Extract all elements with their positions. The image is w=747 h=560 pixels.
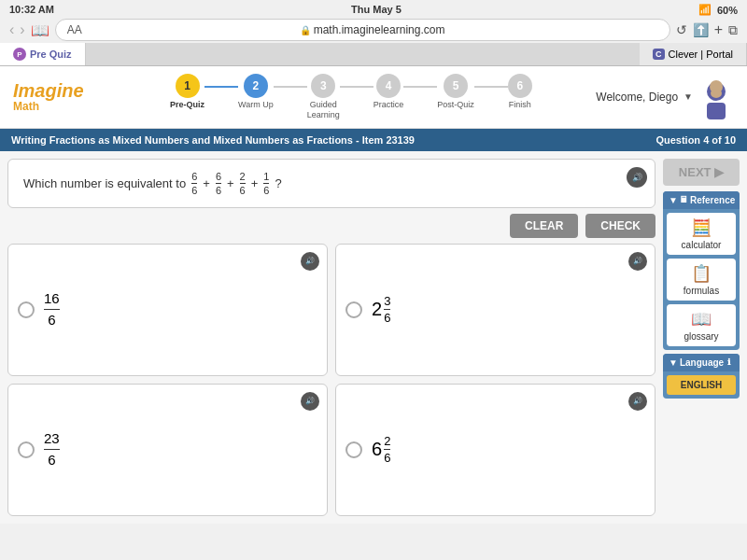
app-container: Imagine Math 1 Pre-Quiz 2 Warm Up — [0, 66, 747, 524]
triangle-icon: ▼ — [669, 195, 678, 205]
lock-icon: 🔒 — [300, 25, 314, 35]
reload-button[interactable]: ↺ — [676, 22, 687, 37]
step-6: 6 Finish — [508, 74, 532, 109]
question-title: Writing Fractions as Mixed Numbers and M… — [11, 134, 415, 146]
choice-d-radio[interactable] — [345, 441, 362, 458]
choice-c-content: 23 6 — [44, 430, 60, 469]
time: 10:32 AM — [9, 4, 54, 16]
status-right: 📶 60% — [698, 4, 738, 16]
logo-imagine: Imagine — [13, 81, 84, 100]
tab-prequiz[interactable]: P Pre Quiz — [0, 43, 86, 65]
question-text-after: ? — [275, 176, 281, 190]
choice-b-audio[interactable]: 🔊 — [628, 252, 647, 271]
back-button[interactable]: ‹ — [9, 21, 14, 38]
step-2-circle: 2 — [244, 74, 268, 98]
formulas-item[interactable]: 📋 formulas — [667, 259, 736, 301]
choice-a-content: 16 6 — [44, 290, 60, 329]
right-sidebar: NEXT ▶ ▼ 🖩 Reference 🧮 calculator 📋 form… — [663, 159, 740, 516]
progress-steps: 1 Pre-Quiz 2 Warm Up 3 GuidedLearning — [106, 74, 597, 120]
language-header: ▼ Language ℹ — [663, 354, 740, 371]
step-6-circle: 6 — [508, 74, 532, 98]
wifi-icon: 📶 — [698, 4, 712, 16]
choice-d[interactable]: 6 2 6 🔊 — [335, 384, 655, 516]
dropdown-icon[interactable]: ▼ — [684, 91, 693, 102]
connector-5 — [474, 86, 508, 88]
clear-button[interactable]: CLEAR — [510, 214, 578, 238]
fraction-4: 1 6 — [263, 171, 269, 196]
logo-math: Math — [13, 100, 84, 113]
prequiz-icon: P — [13, 48, 26, 61]
svg-point-3 — [711, 89, 722, 98]
tab-clever[interactable]: C Clever | Portal — [640, 43, 747, 65]
tab-bar: P Pre Quiz C Clever | Portal — [0, 43, 747, 66]
reference-label: Reference — [690, 195, 735, 205]
next-button[interactable]: NEXT ▶ — [663, 159, 740, 186]
next-btn-container: NEXT ▶ — [663, 159, 740, 186]
choice-d-audio[interactable]: 🔊 — [628, 392, 647, 411]
welcome-area: Welcome, Diego ▼ — [596, 75, 734, 119]
step-1: 1 Pre-Quiz — [170, 74, 204, 109]
question-text-before: Which number is equivalent to — [23, 176, 186, 190]
choice-c-audio[interactable]: 🔊 — [301, 392, 319, 411]
add-tab-button[interactable]: + — [714, 21, 723, 38]
reader-icon[interactable]: 📖 — [31, 21, 49, 39]
choice-c-radio[interactable] — [18, 441, 35, 458]
calculator-label: calculator — [682, 240, 722, 250]
aa-label: AA — [67, 23, 82, 36]
calculator-icon: 🧮 — [691, 217, 712, 238]
svg-rect-2 — [707, 103, 726, 119]
step-3: 3 GuidedLearning — [307, 74, 340, 120]
choice-a-audio[interactable]: 🔊 — [301, 252, 319, 271]
step-3-circle: 3 — [311, 74, 335, 98]
forward-button[interactable]: › — [20, 21, 24, 38]
choice-b[interactable]: 2 3 6 🔊 — [335, 244, 655, 376]
step-5: 5 Post-Quiz — [437, 74, 474, 109]
choice-c[interactable]: 23 6 🔊 — [7, 384, 328, 516]
battery: 60% — [717, 5, 738, 16]
choice-a[interactable]: 16 6 🔊 — [7, 244, 328, 376]
url: math.imaginelearning.com — [314, 23, 445, 36]
language-label: Language — [680, 357, 724, 368]
step-2-label: Warm Up — [238, 100, 274, 109]
address-bar[interactable]: AA 🔒 math.imaginelearning.com — [55, 19, 670, 41]
connector-3 — [340, 86, 374, 88]
day: Thu May 5 — [351, 4, 402, 16]
imagine-logo: Imagine Math — [13, 81, 84, 113]
fraction-2: 6 6 — [216, 171, 221, 196]
question-count: Question 4 of 10 — [655, 134, 736, 146]
avatar — [698, 75, 734, 119]
choice-b-radio[interactable] — [345, 301, 362, 318]
step-2: 2 Warm Up — [238, 74, 274, 109]
connector-1 — [204, 86, 238, 88]
choice-a-radio[interactable] — [18, 301, 35, 318]
question-box: Which number is equivalent to 6 6 + 6 6 … — [7, 159, 655, 208]
steps-container: 1 Pre-Quiz 2 Warm Up 3 GuidedLearning — [170, 74, 532, 120]
connector-2 — [274, 86, 307, 88]
glossary-item[interactable]: 📖 glossary — [667, 304, 736, 346]
connector-4 — [403, 86, 437, 88]
step-1-label: Pre-Quiz — [170, 100, 204, 109]
step-5-label: Post-Quiz — [437, 100, 474, 109]
step-3-label: GuidedLearning — [307, 100, 340, 120]
step-5-circle: 5 — [444, 74, 468, 98]
question-banner: Writing Fractions as Mixed Numbers and M… — [0, 129, 747, 151]
formulas-icon: 📋 — [691, 263, 712, 284]
glossary-label: glossary — [684, 331, 718, 342]
step-4-circle: 4 — [376, 74, 401, 98]
question-audio-button[interactable]: 🔊 — [627, 167, 647, 188]
tabs-button[interactable]: ⧉ — [728, 22, 738, 38]
action-buttons: CLEAR CHECK — [7, 214, 655, 238]
english-button[interactable]: ENGLISH — [667, 375, 736, 395]
calculator-icon-small: 🖩 — [680, 195, 688, 204]
plus-1: + — [203, 176, 210, 190]
step-4: 4 Practice — [374, 74, 404, 109]
clever-icon: C — [653, 49, 665, 60]
choice-d-content: 6 2 6 — [372, 434, 390, 466]
spacer: 🔒 math.imaginelearning.com — [87, 23, 658, 36]
share-button[interactable]: ⬆️ — [693, 22, 709, 37]
browser-toolbar: ‹ › 📖 AA 🔒 math.imaginelearning.com ↺ ⬆️… — [9, 19, 738, 41]
calculator-item[interactable]: 🧮 calculator — [667, 213, 736, 255]
plus-2: + — [227, 176, 234, 190]
check-button[interactable]: CHECK — [585, 214, 655, 238]
app-header: Imagine Math 1 Pre-Quiz 2 Warm Up — [0, 66, 747, 129]
